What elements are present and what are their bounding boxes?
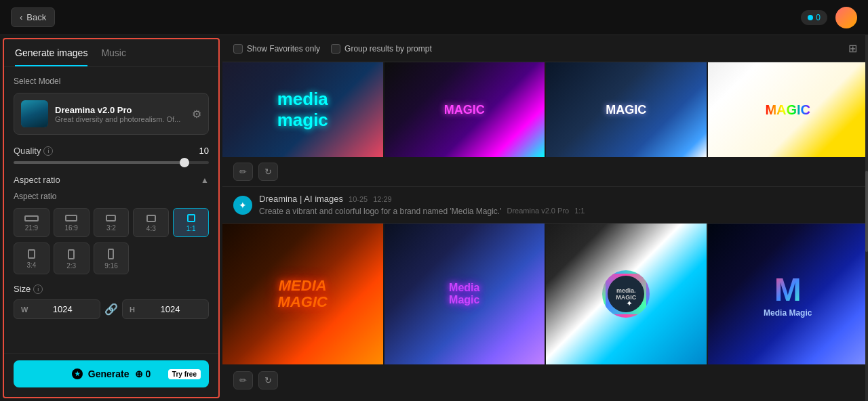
edit-button-bottom[interactable]: ✏	[233, 371, 253, 389]
model-thumbnail	[21, 100, 48, 127]
quality-label: Quality i	[14, 146, 53, 156]
sidebar-footer: ★ Generate ⊕ 0 Try free	[4, 353, 218, 397]
select-model-label: Select Model	[14, 77, 209, 86]
width-input[interactable]	[32, 304, 93, 314]
quality-slider-container	[14, 161, 209, 164]
bottom-action-row: ✏ ↻	[222, 366, 868, 395]
refresh-button-top[interactable]: ↻	[258, 163, 278, 181]
aspect-icon-9-16	[108, 249, 114, 259]
bottom-img-2-text: MediaMagic	[449, 282, 479, 306]
topbar-right: 0	[801, 7, 857, 28]
top-img-4-text: MAGIC	[765, 102, 810, 118]
session-title: Dreamina | AI images	[259, 194, 343, 204]
aspect-ratio-grid-row2: 3:4 2:3 9:16	[14, 242, 209, 274]
top-img-3-text: MAGIC	[606, 103, 646, 117]
link-icon[interactable]: 🔗	[104, 303, 118, 316]
session-model-tag: Dreamina v2.0 Pro	[507, 207, 569, 215]
group-results-label: Group results by prompt	[344, 44, 432, 54]
generate-button[interactable]: ★ Generate ⊕ 0 Try free	[14, 360, 209, 387]
tab-music[interactable]: Music	[101, 47, 126, 66]
aspect-btn-3-2[interactable]: 3:2	[94, 208, 130, 237]
avatar[interactable]	[835, 7, 857, 28]
star-dot: ✦	[626, 299, 633, 308]
aspect-ratio-title: Aspect ratio	[14, 175, 60, 185]
aspect-icon-2-3	[68, 249, 75, 259]
bottom-img-4-m: M	[774, 271, 802, 308]
aspect-ratio-grid-row1: 21:9 16:9 3:2 4:3 1:1	[14, 208, 209, 237]
bottom-img-1-text: MEDIAMAGIC	[278, 278, 328, 310]
aspect-ratio-header[interactable]: Aspect ratio ▲	[14, 175, 209, 185]
top-image-4-overlay: MAGIC	[708, 62, 869, 157]
aspect-btn-16-9[interactable]: 16:9	[54, 208, 90, 237]
session-ratio-tag: 1:1	[574, 207, 585, 215]
tab-generate-images[interactable]: Generate images	[15, 47, 87, 66]
model-settings-icon[interactable]: ⚙	[192, 108, 201, 121]
aspect-btn-2-3[interactable]: 2:3	[54, 242, 90, 274]
top-image-3[interactable]: MAGIC	[546, 62, 707, 157]
bottom-image-4[interactable]: M Media Magic	[708, 224, 869, 364]
grid-view-icon[interactable]: ⊞	[848, 42, 857, 55]
top-image-2[interactable]: MAGIC	[384, 62, 545, 157]
scrollbar[interactable]	[865, 35, 868, 401]
aspect-icon-21-9	[24, 215, 39, 221]
size-label-row: Size i	[14, 284, 209, 294]
aspect-btn-9-16[interactable]: 9:16	[94, 242, 130, 274]
top-image-1[interactable]: mediamagic	[222, 62, 383, 157]
bottom-image-1-overlay: MEDIAMAGIC	[222, 224, 383, 364]
generate-label: Generate	[88, 368, 130, 379]
bottom-image-2-overlay: MediaMagic	[384, 224, 545, 364]
content-area: Show Favorites only Group results by pro…	[222, 35, 868, 401]
top-image-4[interactable]: MAGIC	[708, 62, 869, 157]
top-image-2-overlay: MAGIC	[384, 62, 545, 157]
bottom-image-1[interactable]: MEDIAMAGIC	[222, 224, 383, 364]
refresh-button-bottom[interactable]: ↻	[258, 371, 278, 389]
circle-logo: media.MAGIC	[602, 270, 650, 318]
session-date: 10-25	[349, 195, 368, 203]
size-info-icon[interactable]: i	[33, 284, 43, 294]
top-image-strip: mediamagic MAGIC MAGIC MAGIC	[222, 62, 868, 157]
height-input[interactable]	[139, 304, 201, 314]
aspect-btn-3-4[interactable]: 3:4	[14, 242, 50, 274]
aspect-icon-4-3	[146, 215, 156, 222]
filters-bar: Show Favorites only Group results by pro…	[222, 35, 868, 62]
show-favorites-checkbox[interactable]	[233, 44, 243, 54]
aspect-btn-21-9[interactable]: 21:9	[14, 208, 50, 237]
back-button[interactable]: ‹ Back	[11, 7, 55, 27]
group-results-checkbox[interactable]	[331, 44, 340, 54]
quality-info-icon[interactable]: i	[43, 146, 53, 156]
sidebar-tabs: Generate images Music	[4, 39, 218, 67]
height-axis-label: H	[130, 305, 135, 314]
group-results-filter[interactable]: Group results by prompt	[331, 44, 432, 54]
aspect-icon-1-1	[187, 214, 195, 222]
credit-dot-icon	[808, 15, 813, 20]
show-favorites-filter[interactable]: Show Favorites only	[233, 44, 320, 54]
credit-badge: 0	[801, 10, 827, 25]
aspect-icon-3-4	[28, 249, 35, 259]
sidebar: Generate images Music Select Model Dream…	[3, 38, 220, 398]
session-meta: Dreamina | AI images 10-25 12:29 Create …	[259, 194, 857, 216]
back-label: Back	[26, 12, 46, 22]
bottom-image-3[interactable]: media.MAGIC ✦	[546, 224, 707, 364]
width-input-group: W	[14, 299, 100, 319]
try-free-badge: Try free	[168, 369, 201, 379]
quality-slider-thumb[interactable]	[180, 158, 189, 167]
edit-button-top[interactable]: ✏	[233, 163, 253, 181]
generate-icon: ★	[72, 368, 83, 379]
bottom-image-2[interactable]: MediaMagic	[384, 224, 545, 364]
session-source-icon: ✦	[239, 200, 247, 211]
aspect-btn-1-1[interactable]: 1:1	[173, 208, 209, 237]
top-image-1-overlay: mediamagic	[222, 62, 383, 157]
session-avatar: ✦	[233, 196, 252, 215]
session-time: 12:29	[373, 195, 392, 203]
model-description: Great diversity and photorealism. Of...	[55, 115, 185, 123]
model-selector[interactable]: Dreamina v2.0 Pro Great diversity and ph…	[14, 93, 209, 135]
aspect-btn-4-3[interactable]: 4:3	[133, 208, 169, 237]
height-input-group: H	[122, 299, 209, 319]
sidebar-content: Select Model Dreamina v2.0 Pro Great div…	[4, 67, 218, 350]
show-favorites-label: Show Favorites only	[247, 44, 320, 54]
scrollbar-thumb[interactable]	[865, 171, 868, 252]
bottom-image-3-overlay: media.MAGIC ✦	[546, 224, 707, 364]
bottom-img-4-text: Media Magic	[764, 308, 812, 318]
aspect-icon-3-2	[106, 215, 116, 221]
bottom-image-grid: MEDIAMAGIC MediaMagic media.MAGIC ✦	[222, 224, 868, 366]
